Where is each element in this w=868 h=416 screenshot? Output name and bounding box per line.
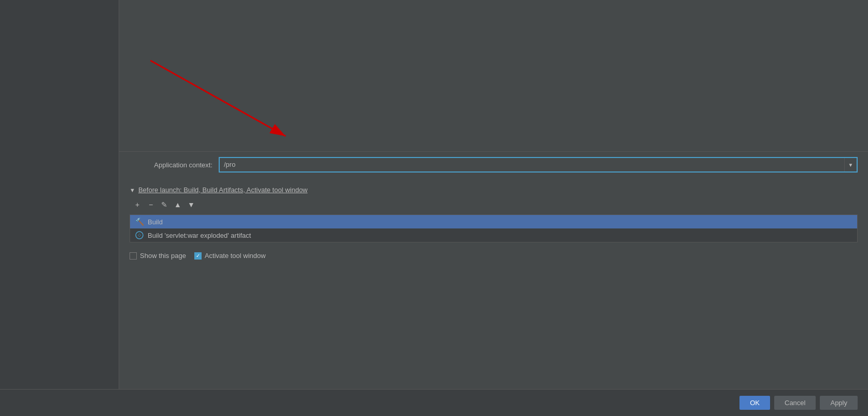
build-list: 🔨 Build Build 'servlet:war exploded' art… <box>130 214 858 242</box>
cancel-button[interactable]: Cancel <box>774 396 816 410</box>
build-item-build[interactable]: 🔨 Build <box>130 215 857 228</box>
build-item-artifact[interactable]: Build 'servlet:war exploded' artifact <box>130 228 857 242</box>
build-item-build-label: Build <box>148 218 163 226</box>
checkboxes-row: Show this page Activate tool window <box>119 247 868 265</box>
show-this-page-checkbox-item[interactable]: Show this page <box>130 252 186 260</box>
main-container: Application context: /pro ▼ ▼ Before lau… <box>0 0 868 416</box>
show-this-page-checkbox[interactable] <box>130 252 137 260</box>
application-context-value: /pro <box>220 157 844 173</box>
ok-button[interactable]: OK <box>739 396 770 410</box>
chevron-down-icon: ▼ <box>848 162 853 168</box>
build-item-artifact-label: Build 'servlet:war exploded' artifact <box>148 232 251 239</box>
activate-tool-window-checkbox[interactable] <box>194 252 202 260</box>
annotation-arrow <box>119 0 868 151</box>
edit-button[interactable]: ✎ <box>159 199 170 210</box>
artifact-icon <box>135 231 144 239</box>
before-launch-title: Before launch: Build, Build Artifacts, A… <box>138 186 308 194</box>
svg-line-1 <box>150 61 286 136</box>
upper-content <box>119 0 868 151</box>
activate-tool-window-checkbox-item[interactable]: Activate tool window <box>194 252 266 260</box>
application-context-label: Application context: <box>130 161 212 169</box>
apply-button[interactable]: Apply <box>820 396 858 410</box>
activate-tool-window-label: Activate tool window <box>205 252 266 260</box>
content-area: Application context: /pro ▼ ▼ Before lau… <box>119 0 868 416</box>
left-sidebar <box>0 0 119 416</box>
svg-point-3 <box>138 234 140 236</box>
add-button[interactable]: + <box>132 199 143 210</box>
before-launch-toolbar: + − ✎ ▲ ▼ <box>132 199 858 210</box>
application-context-dropdown[interactable]: /pro ▼ <box>219 157 858 173</box>
remove-button[interactable]: − <box>145 199 156 210</box>
hammer-icon: 🔨 <box>135 218 144 226</box>
move-down-button[interactable]: ▼ <box>186 199 197 210</box>
before-launch-section: ▼ Before launch: Build, Build Artifacts,… <box>119 178 868 247</box>
top-area: Application context: /pro ▼ ▼ Before lau… <box>0 0 868 416</box>
before-launch-header: ▼ Before launch: Build, Build Artifacts,… <box>130 186 858 194</box>
show-this-page-label: Show this page <box>140 252 186 260</box>
bottom-buttons-bar: OK Cancel Apply <box>0 389 868 416</box>
application-context-row: Application context: /pro ▼ <box>119 151 868 178</box>
move-up-button[interactable]: ▲ <box>172 199 183 210</box>
dropdown-arrow-button[interactable]: ▼ <box>844 158 857 171</box>
collapse-arrow-icon[interactable]: ▼ <box>130 187 135 193</box>
